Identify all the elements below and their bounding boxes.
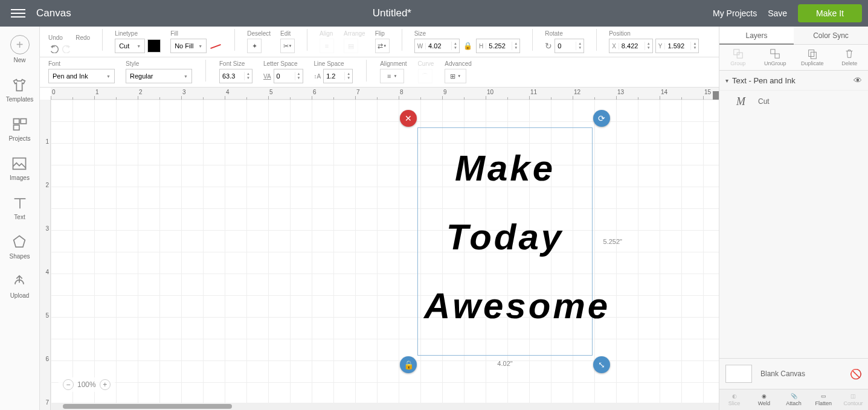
- linespace-label: Line Space: [314, 60, 353, 67]
- attach-icon: 📎: [791, 393, 797, 399]
- layer-name-label: Text - Pen and Ink: [732, 76, 854, 85]
- flip-label: Flip: [375, 30, 390, 37]
- grid-icon: [11, 116, 28, 133]
- curve-label: Curve: [418, 60, 434, 67]
- linespace-input[interactable]: ▲▼: [323, 69, 353, 83]
- style-select[interactable]: Regular: [126, 69, 192, 83]
- selection-box[interactable]: Make Today Awesome ✕ ⟳ 🔒 ⤡ 4.02" 5.252": [417, 127, 593, 356]
- arrange-button: ▤: [344, 39, 358, 53]
- flip-button[interactable]: ⇄▼: [375, 39, 390, 53]
- rotate-handle[interactable]: ⟳: [593, 110, 610, 127]
- zoom-in-button[interactable]: +: [100, 379, 111, 390]
- rotate-input[interactable]: ▲▼: [555, 39, 584, 53]
- redo-icon[interactable]: [62, 45, 72, 53]
- advanced-button[interactable]: ⊞▼: [445, 69, 466, 83]
- fontsize-input[interactable]: ▲▼: [219, 69, 252, 83]
- slice-icon: ◐: [732, 393, 737, 399]
- document-title: Untitled*: [71, 7, 713, 19]
- new-button[interactable]: + New: [10, 35, 30, 63]
- fill-select[interactable]: No Fill: [170, 39, 207, 53]
- templates-button[interactable]: Templates: [6, 77, 34, 103]
- flatten-icon: ▭: [821, 393, 826, 399]
- selection-width-label: 4.02": [497, 360, 512, 367]
- rotate-label: Rotate: [545, 30, 584, 37]
- no-fill-swatch[interactable]: [209, 39, 222, 53]
- save-button[interactable]: Save: [768, 8, 787, 18]
- advanced-label: Advanced: [445, 60, 471, 67]
- lock-handle[interactable]: 🔒: [400, 356, 417, 373]
- fontsize-label: Font Size: [219, 60, 252, 67]
- ungroup-icon: [770, 48, 780, 59]
- undo-icon[interactable]: [48, 45, 59, 53]
- shapes-button[interactable]: Shapes: [10, 234, 30, 260]
- delete-handle[interactable]: ✕: [400, 110, 417, 127]
- canvas-grid[interactable]: Make Today Awesome ✕ ⟳ 🔒 ⤡ 4.02" 5.252": [51, 100, 719, 410]
- align-button: ≡: [320, 39, 334, 53]
- hidden-icon[interactable]: 🚫: [850, 368, 862, 380]
- y-input[interactable]: Y▲▼: [655, 39, 699, 53]
- weld-button[interactable]: ◉Weld: [749, 389, 779, 410]
- contour-icon: ◫: [850, 393, 856, 399]
- duplicate-icon: [807, 48, 818, 59]
- ruler-marker[interactable]: [713, 91, 719, 100]
- right-panel: Layers Color Sync Group UnGroup Duplicat…: [719, 27, 868, 410]
- visibility-icon[interactable]: 👁: [854, 75, 862, 85]
- tab-layers[interactable]: Layers: [719, 27, 794, 45]
- blank-canvas-row[interactable]: Blank Canvas 🚫: [719, 358, 868, 389]
- tab-color-sync[interactable]: Color Sync: [794, 27, 868, 45]
- width-input[interactable]: W▲▼: [414, 39, 460, 53]
- layer-item[interactable]: ▾ Text - Pen and Ink 👁: [719, 71, 868, 91]
- alignment-label: Alignment: [380, 60, 407, 67]
- font-select[interactable]: Pen and Ink: [48, 69, 115, 83]
- sublayer-label: Cut: [758, 97, 770, 106]
- canvas-area[interactable]: 012345678910111213141516 1234567 Make To…: [40, 88, 719, 410]
- make-it-button[interactable]: Make It: [798, 4, 862, 22]
- projects-button[interactable]: Projects: [8, 116, 30, 142]
- images-button[interactable]: Images: [10, 155, 30, 181]
- position-label: Position: [609, 30, 699, 37]
- letterspace-label: Letter Space: [263, 60, 303, 67]
- height-input[interactable]: H▲▼: [476, 39, 520, 53]
- delete-button[interactable]: Delete: [831, 45, 869, 70]
- upload-icon: [11, 273, 28, 290]
- flatten-button[interactable]: ▭Flatten: [809, 389, 838, 410]
- x-input[interactable]: X▲▼: [609, 39, 653, 53]
- svg-rect-9: [808, 50, 814, 57]
- fill-label: Fill: [170, 30, 222, 37]
- deselect-button[interactable]: ✦: [247, 39, 262, 53]
- duplicate-button[interactable]: Duplicate: [794, 45, 831, 70]
- alignment-button[interactable]: ≡▼: [380, 69, 404, 83]
- edit-button[interactable]: ✂▼: [280, 39, 295, 53]
- selection-height-label: 5.252": [603, 238, 622, 245]
- ungroup-button[interactable]: UnGroup: [757, 45, 794, 70]
- svg-marker-4: [14, 236, 25, 248]
- canvas-text[interactable]: Make Today Awesome: [418, 128, 592, 347]
- group-button: Group: [719, 45, 757, 70]
- linetype-select[interactable]: Cut: [115, 39, 145, 53]
- contour-button: ◫Contour: [838, 389, 868, 410]
- svg-rect-1: [21, 119, 26, 124]
- canvas-color-swatch[interactable]: [725, 365, 752, 383]
- sublayer-item[interactable]: M Cut: [719, 91, 868, 112]
- svg-rect-3: [13, 158, 26, 170]
- text-button[interactable]: Text: [11, 194, 28, 220]
- scale-handle[interactable]: ⤡: [593, 356, 610, 373]
- image-icon: [11, 155, 28, 172]
- svg-rect-2: [13, 125, 19, 130]
- zoom-out-button[interactable]: −: [63, 379, 74, 390]
- menu-icon[interactable]: [6, 9, 30, 18]
- curve-button: ⌒: [418, 69, 432, 83]
- upload-button[interactable]: Upload: [10, 273, 30, 299]
- letterspace-input[interactable]: ▲▼: [274, 69, 303, 83]
- font-label: Font: [48, 60, 115, 67]
- align-label: Align: [320, 30, 334, 37]
- line-color-swatch[interactable]: [147, 39, 161, 53]
- svg-rect-8: [775, 54, 779, 58]
- primary-toolbar: Undo Redo Linetype Cut Fill No Fill Dese…: [40, 27, 719, 57]
- horizontal-scrollbar[interactable]: [51, 403, 719, 410]
- attach-button[interactable]: 📎Attach: [779, 389, 808, 410]
- my-projects-link[interactable]: My Projects: [713, 8, 757, 18]
- vertical-ruler: 1234567: [40, 100, 51, 410]
- letterspace-icon: VA: [263, 73, 271, 80]
- lock-aspect-icon[interactable]: 🔒: [462, 42, 474, 50]
